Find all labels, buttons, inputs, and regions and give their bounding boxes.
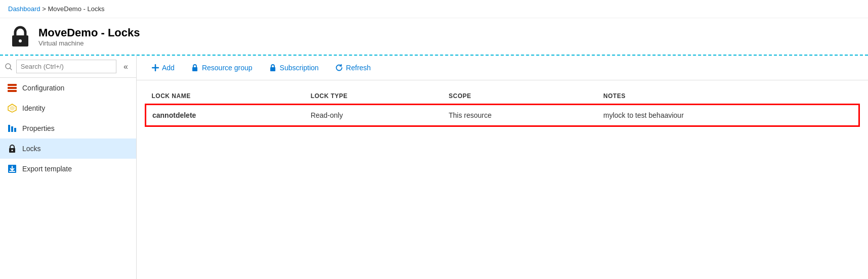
page-header: MoveDemo - Locks Virtual machine [0,18,868,56]
cell-lock-name: cannotdelete [146,105,305,126]
lock-icon [7,144,17,154]
content-area: Add Resource group Subscription [137,56,868,279]
col-header-lock-type: LOCK TYPE [305,88,443,105]
sidebar-nav: Configuration Identity [0,78,136,279]
svg-point-1 [19,39,22,42]
export-icon [7,164,17,174]
identity-icon [7,103,17,113]
breadcrumb-separator: > [42,5,46,13]
collapse-button[interactable]: « [120,61,131,72]
page-header-icon [8,24,32,49]
svg-marker-5 [10,106,15,111]
page-subtitle: Virtual machine [38,39,140,47]
col-header-notes: NOTES [597,88,859,105]
config-icon [7,83,17,93]
sidebar-item-locks[interactable]: Locks [0,138,136,159]
toolbar: Add Resource group Subscription [137,56,868,80]
col-header-scope: SCOPE [443,88,598,105]
add-label: Add [162,64,175,72]
resource-group-label: Resource group [202,64,253,72]
breadcrumb: Dashboard > MoveDemo - Locks [0,0,868,18]
resource-group-button[interactable]: Resource group [184,61,260,75]
svg-line-3 [10,68,12,69]
svg-rect-8 [14,128,16,132]
svg-rect-16 [192,67,197,71]
col-header-lock-name: LOCK NAME [146,88,305,105]
table-area: LOCK NAME LOCK TYPE SCOPE NOTES cannotde… [137,80,868,279]
resource-group-lock-icon [191,64,199,72]
sidebar: « Configuration [0,56,137,279]
page-title: MoveDemo - Locks [38,26,140,39]
sidebar-label-configuration: Configuration [22,84,64,92]
subscription-button[interactable]: Subscription [262,61,326,75]
search-icon [5,63,12,70]
cell-scope: This resource [443,105,598,126]
sidebar-label-properties: Properties [22,124,55,132]
sidebar-label-locks: Locks [22,145,41,153]
refresh-icon [335,64,343,72]
refresh-button[interactable]: Refresh [328,61,378,75]
search-bar: « [0,56,136,78]
add-icon [152,64,159,71]
subscription-lock-icon [269,64,277,72]
main-layout: « Configuration [0,56,868,279]
breadcrumb-current: MoveDemo - Locks [48,5,104,13]
sidebar-item-properties[interactable]: Properties [0,118,136,138]
sidebar-item-configuration[interactable]: Configuration [0,78,136,98]
properties-icon [7,123,17,133]
locks-table: LOCK NAME LOCK TYPE SCOPE NOTES cannotde… [145,88,860,127]
svg-rect-6 [8,125,10,132]
search-input[interactable] [16,60,116,73]
refresh-label: Refresh [346,64,371,72]
page-header-text: MoveDemo - Locks Virtual machine [38,26,140,47]
cell-notes: mylock to test behaaviour [597,105,859,126]
subscription-label: Subscription [280,64,319,72]
add-button[interactable]: Add [145,61,182,75]
sidebar-label-identity: Identity [22,104,45,112]
svg-point-10 [12,150,13,151]
svg-rect-17 [270,67,275,71]
sidebar-item-identity[interactable]: Identity [0,98,136,118]
svg-rect-7 [11,126,13,132]
sidebar-item-export-template[interactable]: Export template [0,159,136,179]
table-row[interactable]: cannotdelete Read-only This resource myl… [146,105,859,126]
sidebar-label-export-template: Export template [22,165,72,173]
breadcrumb-dashboard-link[interactable]: Dashboard [8,5,40,13]
cell-lock-type: Read-only [305,105,443,126]
